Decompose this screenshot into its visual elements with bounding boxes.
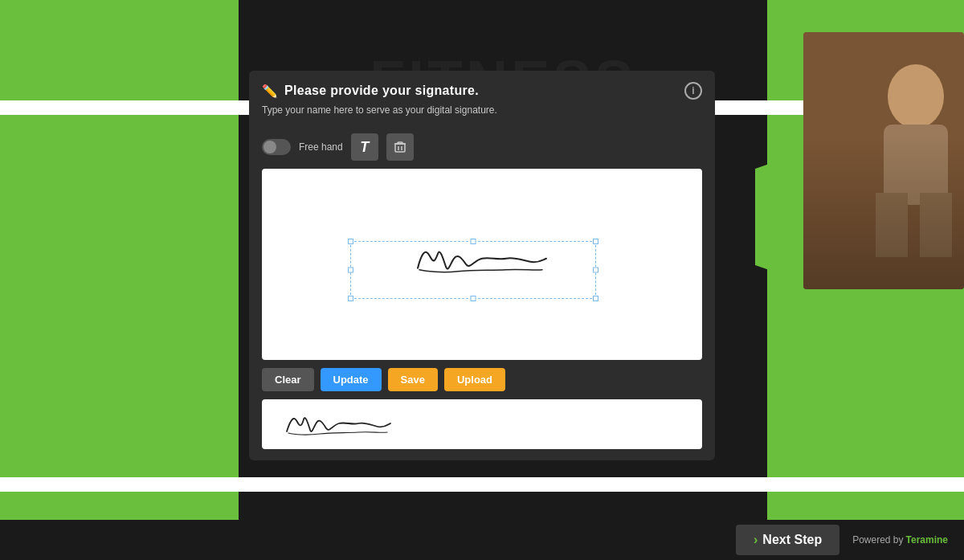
- handle-tr: [593, 239, 598, 244]
- svg-rect-2: [884, 125, 948, 205]
- modal-title-row: ✏️ Please provide your signature. i: [262, 82, 702, 100]
- modal-title: Please provide your signature.: [284, 84, 479, 98]
- svg-rect-5: [395, 144, 405, 152]
- modal-title-left: ✏️ Please provide your signature.: [262, 84, 479, 99]
- upload-button[interactable]: Upload: [444, 368, 505, 391]
- action-buttons: Clear Update Save Upload: [249, 360, 715, 399]
- handle-bm: [471, 296, 476, 301]
- update-button[interactable]: Update: [321, 368, 382, 391]
- pen-icon: ✏️: [262, 84, 278, 99]
- next-step-button[interactable]: › Next Step: [736, 525, 839, 555]
- svg-rect-3: [876, 193, 908, 257]
- info-icon[interactable]: i: [684, 82, 702, 100]
- save-button[interactable]: Save: [388, 368, 438, 391]
- next-step-arrow: ›: [754, 533, 758, 547]
- powered-by: Powered by Teramine: [852, 534, 948, 546]
- handle-ml: [348, 268, 353, 273]
- handle-br: [593, 296, 598, 301]
- handle-mr: [593, 268, 598, 273]
- handle-tl: [348, 239, 353, 244]
- person-image: [803, 32, 964, 289]
- freehand-toggle[interactable]: [262, 139, 291, 155]
- toolbar: Free hand T: [249, 129, 715, 169]
- clear-button[interactable]: Clear: [262, 368, 314, 391]
- white-bar-bottom: [0, 477, 964, 492]
- svg-point-1: [888, 64, 944, 129]
- modal-header: ✏️ Please provide your signature. i Type…: [249, 71, 715, 129]
- svg-rect-4: [920, 193, 952, 257]
- bottom-bar: › Next Step Powered by Teramine: [0, 520, 964, 560]
- handle-bl: [348, 296, 353, 301]
- delete-tool-button[interactable]: [386, 133, 414, 161]
- svg-rect-0: [803, 32, 964, 289]
- signature-drawing: [402, 236, 562, 288]
- powered-by-brand: Teramine: [906, 534, 948, 546]
- signature-canvas[interactable]: [262, 169, 702, 360]
- signature-preview: [262, 399, 702, 449]
- modal-subtitle: Type your name here to serve as your dig…: [262, 104, 702, 116]
- signature-modal: ✏️ Please provide your signature. i Type…: [249, 71, 715, 460]
- powered-by-prefix: Powered by: [852, 534, 903, 546]
- next-step-label: Next Step: [762, 533, 822, 547]
- toggle-label: Free hand: [299, 141, 343, 153]
- text-tool-button[interactable]: T: [351, 133, 378, 161]
